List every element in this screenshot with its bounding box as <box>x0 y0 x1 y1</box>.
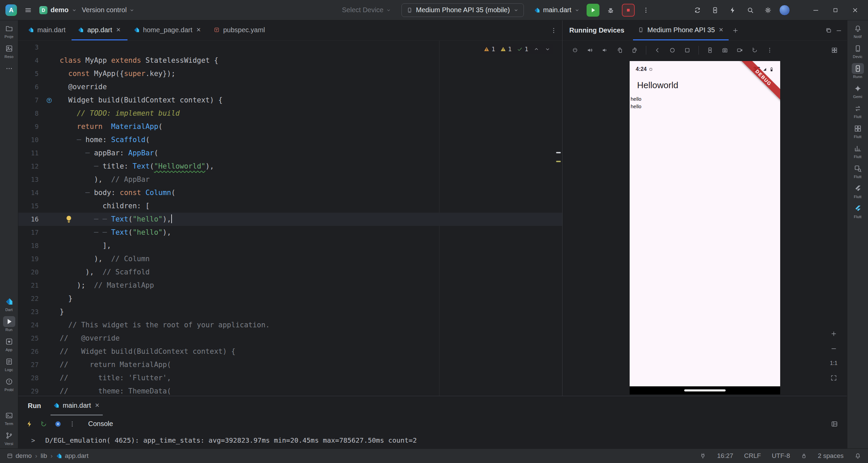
app-console-icon[interactable] <box>54 420 62 428</box>
close-icon[interactable]: × <box>718 26 724 34</box>
close-icon[interactable]: × <box>196 26 201 34</box>
tool-stripe-run[interactable]: Run <box>3 316 15 332</box>
code-line-23[interactable]: 23} <box>18 305 562 319</box>
tool-stripe-flutter-performance[interactable]: Flutt <box>852 143 864 159</box>
tool-stripe-version-control[interactable]: Versi <box>3 430 15 446</box>
code-line-22[interactable]: 22 } <box>18 292 562 305</box>
home-button[interactable] <box>666 44 679 57</box>
tool-stripe-device-manager[interactable]: Devic <box>852 43 864 59</box>
run-button[interactable] <box>587 4 599 17</box>
add-device-tab-icon[interactable] <box>732 27 739 34</box>
camera-button[interactable] <box>718 44 731 57</box>
tool-stripe-flutter-hot-reload[interactable]: Flutt <box>852 103 864 119</box>
device-tab[interactable]: Medium Phone API 35 × <box>633 20 729 40</box>
hot-restart-icon[interactable] <box>40 420 47 428</box>
editor-tab-pubspec.yaml[interactable]: pubspec.yaml <box>208 20 271 40</box>
code-line-17[interactable]: 17 ─ ─ Text("hello"), <box>18 226 562 239</box>
layout-settings-icon[interactable] <box>831 420 838 428</box>
project-selector[interactable]: D demo <box>39 6 77 14</box>
code-line-5[interactable]: 5 const MyApp({super.key}); <box>18 67 562 80</box>
code-line-9[interactable]: 9 return MaterialApp( <box>18 120 562 133</box>
device-category-selector[interactable]: Select Device <box>342 6 391 14</box>
code-line-3[interactable]: 3 <box>18 41 562 54</box>
code-line-14[interactable]: 14 ─ body: const Column( <box>18 186 562 199</box>
code-line-27[interactable]: 27// return MaterialApp( <box>18 358 562 371</box>
code-line-18[interactable]: 18 ], <box>18 239 562 252</box>
code-line-16[interactable]: 16 ─ ─ Text("hello"), <box>18 213 562 226</box>
stop-button[interactable] <box>622 4 635 17</box>
tool-stripe-notifications[interactable]: Notif <box>852 23 864 39</box>
main-menu-button[interactable] <box>22 4 35 17</box>
vcs-widget[interactable]: Version control <box>82 6 134 14</box>
zoom-out-icon[interactable] <box>830 345 837 352</box>
user-avatar[interactable] <box>779 5 790 16</box>
tool-stripe-flutter-outline[interactable]: Flutt <box>852 123 864 139</box>
float-window-icon[interactable] <box>825 27 832 34</box>
file-encoding[interactable]: UTF-8 <box>772 452 790 460</box>
previous-issue-icon[interactable] <box>533 46 539 52</box>
breadcrumb-lib[interactable]: lib <box>41 452 47 460</box>
back-button[interactable] <box>651 44 664 57</box>
zoom-in-icon[interactable] <box>830 330 837 337</box>
code-line-29[interactable]: 29// theme: ThemeData( <box>18 385 562 396</box>
console-tab[interactable]: Console <box>88 420 113 428</box>
debug-button[interactable] <box>604 4 617 17</box>
hot-reload-icon[interactable] <box>26 420 33 428</box>
rotate-left-button[interactable] <box>613 44 626 57</box>
inspection-widget[interactable]: 1 1 1 <box>481 44 553 54</box>
console-output[interactable]: > D/EGL_emulation( 4625): app_time_stats… <box>18 432 847 448</box>
rotate-right-button[interactable] <box>628 44 641 57</box>
code-line-15[interactable]: 15 children: [ <box>18 199 562 213</box>
code-line-26[interactable]: 26// Widget build(BuildContext context) … <box>18 345 562 358</box>
overview-button[interactable] <box>681 44 694 57</box>
code-line-4[interactable]: 4class MyApp extends StatelessWidget { <box>18 54 562 67</box>
tool-stripe-flutter-inspector[interactable]: Flutt <box>852 163 864 179</box>
device-manager-button[interactable] <box>709 4 722 17</box>
close-icon[interactable]: × <box>94 402 100 409</box>
search-everywhere-button[interactable] <box>744 4 757 17</box>
intention-bulb-icon[interactable] <box>64 215 73 224</box>
apply-changes-button[interactable] <box>726 4 739 17</box>
tool-stripe-flutter-dev-tools[interactable]: Flutt <box>852 203 864 219</box>
code-line-20[interactable]: 20 ), // Scaffold <box>18 266 562 279</box>
emulator-screen[interactable]: 4:24 3G Helloworld hellohello DEBUG <box>630 61 780 394</box>
tool-stripe-app-quality-insights[interactable]: App <box>3 336 15 352</box>
code-line-8[interactable]: 8 // TODO: implement build <box>18 107 562 120</box>
caret-position[interactable]: 16:27 <box>717 452 733 460</box>
more-vertical-button[interactable] <box>763 44 776 57</box>
editor-tab-home_page.dart[interactable]: home_page.dart× <box>127 20 208 40</box>
editor-tab-app.dart[interactable]: app.dart× <box>72 20 127 40</box>
tool-stripe-dart-analysis[interactable]: Dart <box>3 296 15 312</box>
gradle-sync-button[interactable] <box>691 4 704 17</box>
code-line-19[interactable]: 19 ), // Column <box>18 252 562 266</box>
volume-down-button[interactable] <box>598 44 611 57</box>
code-line-10[interactable]: 10 ─ home: Scaffold( <box>18 133 562 147</box>
tool-stripe-project[interactable]: Proje <box>3 23 15 39</box>
code-line-6[interactable]: 6 @override <box>18 80 562 94</box>
console-expand-icon[interactable]: > <box>31 437 35 444</box>
tool-stripe-more-tool-windows[interactable] <box>3 63 15 74</box>
notifications-icon[interactable] <box>854 452 861 459</box>
indent-config[interactable]: 2 spaces <box>818 452 844 460</box>
editor-tab-main.dart[interactable]: main.dart <box>22 20 72 40</box>
settings-button[interactable] <box>762 4 774 17</box>
screenshot-button[interactable] <box>704 44 716 57</box>
plug-icon[interactable] <box>699 452 706 459</box>
tool-stripe-terminal[interactable]: Term <box>3 410 15 426</box>
window-maximize-button[interactable] <box>828 3 843 17</box>
tool-stripe-gemini[interactable]: Gemi <box>852 83 864 99</box>
hide-panel-icon[interactable] <box>835 27 842 34</box>
code-line-25[interactable]: 25// @override <box>18 332 562 345</box>
breadcrumb-app.dart[interactable]: app.dart <box>56 452 88 460</box>
reset-button[interactable] <box>748 44 761 57</box>
power-button[interactable] <box>569 44 581 57</box>
tool-stripe-resource-manager[interactable]: Reso <box>3 43 15 59</box>
more-options-icon[interactable] <box>68 420 76 428</box>
next-issue-icon[interactable] <box>545 46 551 52</box>
code-line-7[interactable]: 7 Widget build(BuildContext context) { <box>18 94 562 107</box>
run-tab-main-dart[interactable]: main.dart × <box>51 396 103 416</box>
tool-stripe-flutter-attach[interactable]: Flutt <box>852 183 864 199</box>
device-selector[interactable]: Medium Phone API 35 (mobile) <box>401 3 524 17</box>
zoom-fit-icon[interactable] <box>830 374 837 381</box>
code-line-21[interactable]: 21 ); // MaterialApp <box>18 279 562 292</box>
